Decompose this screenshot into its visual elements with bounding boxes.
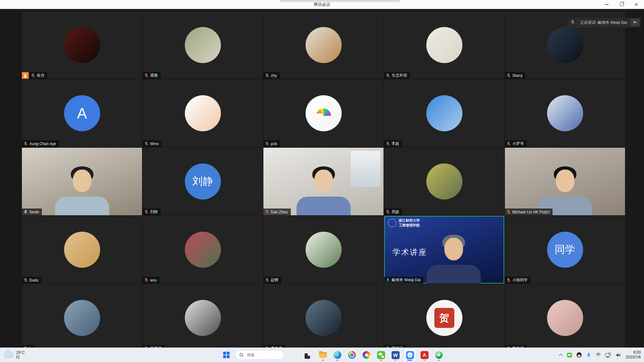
green-swirl-icon — [435, 351, 443, 359]
wechat-tray-icon — [567, 353, 572, 357]
person-silhouette — [55, 166, 109, 215]
running-indicator — [407, 360, 413, 361]
acrobat-button[interactable]: A — [419, 348, 430, 361]
participant-tile[interactable]: L — [22, 284, 142, 352]
person-silhouette — [296, 166, 351, 215]
participant-tile[interactable]: 聂力兵 — [263, 284, 384, 352]
mic-muted-gray-icon — [571, 20, 575, 24]
participant-name: 李超 — [392, 141, 399, 146]
participant-nametag: 周超 — [384, 209, 402, 215]
participant-tile[interactable]: 贺贺锦江 — [384, 284, 504, 352]
green-swirl-button[interactable] — [433, 348, 445, 361]
tray-qq-button[interactable] — [577, 352, 582, 357]
participant-tile[interactable]: 俞含 — [22, 11, 142, 79]
edge-button[interactable] — [332, 348, 343, 361]
chrome-icon — [348, 351, 356, 359]
taskbar-search[interactable] — [235, 350, 284, 360]
windows-logo-icon — [223, 352, 230, 358]
participant-tile[interactable]: Seoki — [22, 148, 142, 215]
participant-name: Starry — [512, 73, 523, 78]
reply-arrow-button[interactable] — [630, 19, 639, 26]
person-icon — [23, 73, 27, 78]
participant-name: Dudu — [29, 278, 39, 283]
participant-tile[interactable]: Dan Zhou — [263, 148, 384, 215]
participant-tile[interactable]: 甫衡 — [143, 11, 263, 79]
participant-avatar — [426, 163, 462, 200]
participant-name: 小陈同学 — [512, 277, 528, 283]
participant-nametag: Aung Chan Aye — [22, 140, 59, 147]
participant-tile[interactable]: 李超 — [384, 79, 504, 147]
participant-tile[interactable]: wss — [143, 216, 263, 283]
participant-nametag: 李超 — [384, 140, 402, 147]
search-input[interactable] — [246, 352, 280, 357]
university-emblem-icon — [388, 219, 396, 227]
participant-avatar — [306, 27, 342, 63]
tray-chevron-button[interactable] — [559, 353, 562, 357]
participant-avatar — [64, 27, 100, 63]
word-icon: W — [392, 351, 400, 359]
task-view-button[interactable] — [303, 348, 314, 361]
participant-tile[interactable]: Wmx — [143, 79, 263, 147]
participant-nametag: 小陈同学 — [505, 277, 531, 283]
cloud-icon — [4, 352, 14, 358]
running-indicator — [336, 360, 339, 361]
mic-muted-icon — [507, 142, 511, 146]
participant-tile[interactable]: 浙江财经大学工商管理学院学术讲座戴维奇 Weiqi Dai — [384, 216, 504, 283]
host-badge — [22, 72, 29, 79]
file-explorer-button[interactable] — [317, 348, 329, 361]
participant-tile[interactable]: 同学小陈同学 — [505, 216, 625, 283]
tencent-meeting-button[interactable]: ▲ — [404, 348, 416, 361]
word-button[interactable]: W — [390, 348, 401, 361]
restore-button[interactable] — [618, 1, 625, 8]
participant-tile[interactable]: 陶志华 — [505, 284, 625, 352]
participant-tile[interactable]: 小罗哥 — [505, 79, 625, 147]
participant-tile[interactable]: 生态补偿 — [384, 11, 504, 79]
wechat-button[interactable] — [375, 348, 387, 361]
running-indicator — [380, 360, 382, 361]
taskbar-app-row: W▲A — [303, 348, 445, 361]
restore-icon — [620, 3, 623, 6]
slide-title: 学术讲座 — [393, 247, 427, 257]
participant-avatar — [64, 300, 100, 336]
mic-speaking-icon — [386, 278, 390, 282]
minimize-button[interactable] — [603, 1, 610, 8]
participant-tile[interactable]: 赵辉 — [263, 216, 384, 283]
participant-tile[interactable]: zhy — [263, 11, 384, 79]
mic-muted-icon — [265, 142, 269, 146]
participant-tile[interactable]: pcb — [263, 79, 384, 147]
start-button[interactable] — [221, 349, 232, 360]
participant-name: 周超 — [392, 209, 399, 215]
participant-tile[interactable]: Dudu — [22, 216, 142, 283]
slide-org-line2: 工商管理学院 — [399, 223, 420, 227]
minimize-icon — [605, 4, 609, 5]
participant-avatar: 贺 — [426, 300, 462, 336]
tencent-meeting-icon: ▲ — [406, 351, 414, 359]
tray-clock[interactable]: 9:03 2023/7/6 — [626, 350, 641, 360]
participant-tile[interactable]: 刘静刘静 — [143, 148, 263, 215]
participant-nametag: 刘静 — [143, 209, 161, 215]
colorful-browser-button[interactable] — [361, 348, 372, 361]
participant-nametag: Seoki — [22, 209, 42, 215]
tray-wechat-button[interactable] — [567, 353, 572, 357]
tray-display-button[interactable] — [605, 353, 611, 357]
participant-tile[interactable]: AAung Chan Aye — [22, 79, 142, 147]
chevron-up-icon — [559, 354, 563, 358]
participant-tile[interactable]: Michael Lin HK PolyU — [505, 148, 625, 215]
participant-name: 俞含 — [37, 73, 44, 78]
mic-muted-icon — [144, 210, 148, 214]
weather-widget[interactable]: 29°C 阴 — [4, 348, 25, 362]
participant-nametag: pcb — [263, 140, 280, 147]
participant-avatar: 同学 — [547, 232, 583, 268]
participant-nametag: 生态补偿 — [384, 72, 410, 79]
meeting-stage: 俞含甫衡zhy生态补偿StarryAAung Chan AyeWmxpcb李超小… — [0, 9, 644, 348]
qq-tray-icon — [577, 352, 582, 357]
participant-nametag: Wmx — [143, 140, 162, 147]
ime-indicator[interactable]: 中 — [596, 352, 601, 358]
tray-microphone-button[interactable] — [586, 353, 591, 357]
chrome-button[interactable] — [346, 348, 358, 361]
colorful-browser-icon — [363, 351, 370, 359]
close-button[interactable]: × — [633, 1, 639, 8]
participant-tile[interactable]: 张海洋 — [143, 284, 263, 352]
participant-tile[interactable]: 周超 — [384, 148, 504, 215]
tray-volume-button[interactable] — [616, 353, 621, 357]
